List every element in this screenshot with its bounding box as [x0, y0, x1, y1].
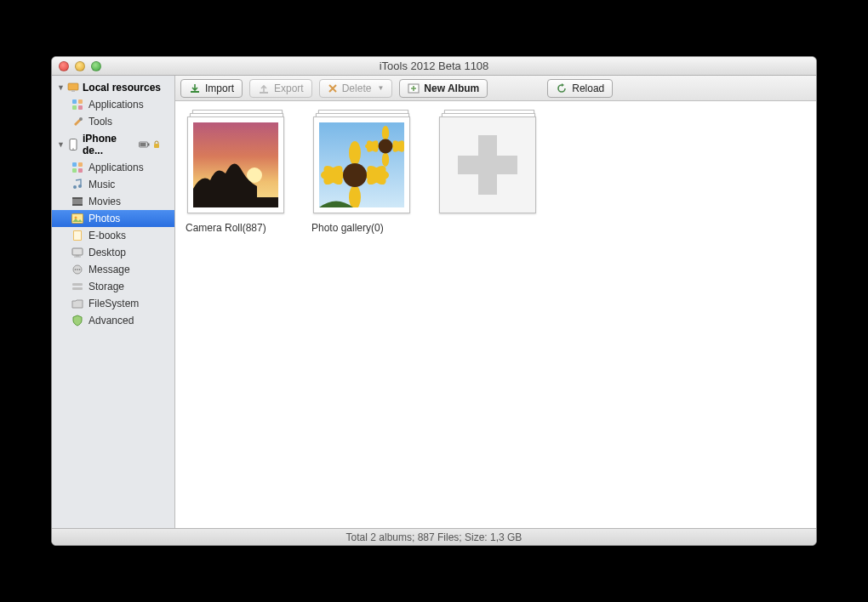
- battery-icon: [139, 140, 151, 149]
- sidebar-item-label: Tools: [89, 116, 112, 128]
- sidebar-item-applications[interactable]: Applications: [52, 159, 174, 176]
- svg-point-55: [382, 152, 389, 167]
- svg-point-6: [79, 117, 83, 121]
- sidebar-item-local-tools[interactable]: Tools: [52, 113, 174, 130]
- sidebar-item-local-applications[interactable]: Applications: [52, 96, 174, 113]
- sidebar-item-advanced[interactable]: Advanced: [52, 312, 174, 329]
- export-icon: [258, 82, 270, 94]
- apps-icon: [71, 99, 84, 111]
- svg-rect-40: [193, 197, 278, 207]
- svg-point-18: [78, 185, 82, 188]
- plus-icon: [458, 135, 517, 195]
- desktop-icon: [71, 247, 84, 258]
- sidebar-section-local[interactable]: ▼ Local resources: [52, 79, 174, 96]
- button-label: Import: [205, 82, 234, 94]
- delete-button[interactable]: Delete ▼: [319, 79, 393, 98]
- sidebar-item-ebooks[interactable]: E-books: [52, 227, 174, 244]
- svg-rect-3: [78, 99, 83, 104]
- storage-icon: [71, 281, 84, 292]
- album-add-new[interactable]: [436, 110, 546, 222]
- button-label: New Album: [424, 82, 479, 94]
- album-photo-gallery[interactable]: Photo gallery(0): [310, 110, 420, 234]
- minimize-window-button[interactable]: [75, 61, 85, 71]
- svg-rect-2: [72, 99, 77, 104]
- sidebar-item-label: Advanced: [89, 315, 134, 327]
- disclosure-triangle-icon: ▼: [57, 140, 64, 149]
- sidebar-item-music[interactable]: Music: [52, 176, 174, 193]
- reload-button[interactable]: Reload: [547, 79, 613, 98]
- computer-icon: [67, 82, 79, 93]
- export-button[interactable]: Export: [249, 79, 312, 98]
- message-icon: [71, 264, 84, 275]
- reload-icon: [556, 82, 568, 94]
- svg-rect-16: [78, 168, 83, 173]
- iphone-icon: [67, 139, 79, 150]
- button-label: Reload: [572, 82, 604, 94]
- svg-point-30: [75, 269, 77, 270]
- svg-rect-5: [78, 105, 83, 110]
- disclosure-triangle-icon: ▼: [57, 83, 64, 92]
- sidebar-item-message[interactable]: Message: [52, 261, 174, 278]
- album-thumbnail-stack: [313, 110, 417, 213]
- status-bar: Total 2 albums; 887 Files; Size: 1,3 GB: [52, 528, 816, 545]
- svg-rect-0: [68, 83, 78, 90]
- button-label: Delete: [342, 82, 372, 94]
- import-button[interactable]: Import: [180, 79, 243, 98]
- album-camera-roll[interactable]: Camera Roll(887): [184, 110, 294, 234]
- window-body: ▼ Local resources Applications Tools: [52, 76, 816, 528]
- sidebar-item-storage[interactable]: Storage: [52, 278, 174, 295]
- music-icon: [71, 179, 84, 190]
- window-controls: [52, 61, 101, 71]
- close-window-button[interactable]: [59, 61, 69, 71]
- svg-rect-34: [72, 287, 83, 290]
- svg-point-42: [349, 141, 361, 165]
- sidebar-item-photos[interactable]: Photos: [52, 210, 174, 227]
- svg-rect-10: [148, 144, 150, 146]
- svg-rect-26: [72, 248, 83, 255]
- sidebar: ▼ Local resources Applications Tools: [52, 76, 175, 528]
- new-album-button[interactable]: New Album: [399, 79, 488, 98]
- toolbar: Import Export Delete ▼ New Album: [175, 76, 816, 101]
- sidebar-item-label: Applications: [89, 162, 144, 173]
- svg-rect-4: [72, 105, 77, 110]
- sidebar-item-label: Applications: [89, 99, 144, 111]
- svg-rect-14: [78, 162, 83, 167]
- sidebar-item-filesystem[interactable]: FileSystem: [52, 295, 174, 312]
- svg-rect-25: [74, 231, 81, 240]
- svg-rect-11: [140, 143, 146, 146]
- status-text: Total 2 albums; 887 Files; Size: 1,3 GB: [346, 531, 523, 543]
- sunset-thumbnail: [193, 122, 278, 207]
- svg-point-59: [379, 139, 393, 154]
- folder-icon: [71, 298, 84, 310]
- sidebar-item-label: FileSystem: [89, 298, 139, 310]
- svg-rect-21: [72, 204, 83, 206]
- svg-rect-1: [71, 90, 75, 92]
- svg-rect-36: [260, 92, 268, 94]
- sidebar-item-label: Desktop: [89, 247, 126, 258]
- button-label: Export: [274, 82, 304, 94]
- svg-rect-33: [72, 283, 83, 286]
- ebooks-icon: [71, 230, 84, 241]
- svg-rect-28: [74, 257, 81, 258]
- sidebar-item-movies[interactable]: Movies: [52, 193, 174, 210]
- import-icon: [189, 82, 201, 94]
- svg-rect-13: [72, 162, 77, 167]
- album-thumbnail-stack: [187, 110, 291, 213]
- svg-rect-35: [191, 91, 199, 93]
- lock-icon: [152, 140, 161, 149]
- titlebar: iTools 2012 Beta 1108: [52, 57, 816, 76]
- svg-point-51: [382, 126, 389, 140]
- svg-point-32: [79, 269, 81, 270]
- sidebar-section-device[interactable]: ▼ iPhone de...: [52, 130, 174, 159]
- main-panel: Import Export Delete ▼ New Album: [175, 76, 816, 528]
- delete-icon: [328, 83, 338, 94]
- album-label: Photo gallery(0): [310, 222, 420, 234]
- sidebar-item-desktop[interactable]: Desktop: [52, 244, 174, 261]
- svg-point-50: [343, 163, 367, 187]
- sunflower-thumbnail: [319, 122, 404, 207]
- svg-rect-12: [154, 144, 159, 148]
- svg-rect-20: [72, 197, 83, 199]
- zoom-window-button[interactable]: [91, 61, 101, 71]
- new-album-icon: [408, 83, 420, 94]
- svg-point-17: [73, 185, 77, 189]
